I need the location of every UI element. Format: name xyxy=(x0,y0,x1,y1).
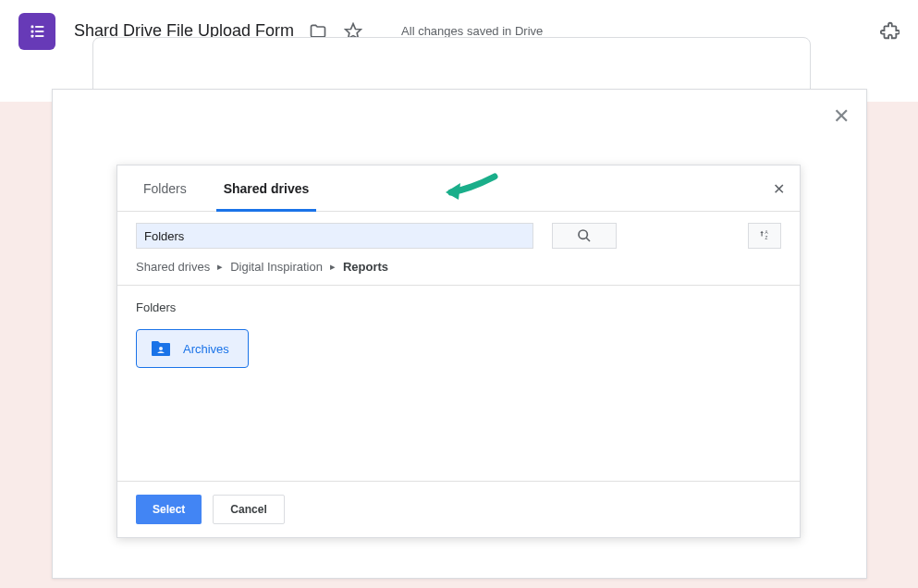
breadcrumb-current: Reports xyxy=(343,260,388,274)
search-button[interactable] xyxy=(552,223,617,249)
svg-rect-5 xyxy=(35,35,43,37)
svg-marker-6 xyxy=(346,23,361,38)
breadcrumb-root[interactable]: Shared drives xyxy=(136,260,210,274)
shared-folder-icon xyxy=(150,339,172,358)
search-input[interactable] xyxy=(136,223,533,249)
svg-rect-4 xyxy=(31,34,34,37)
folders-section-label: Folders xyxy=(136,300,781,314)
svg-point-11 xyxy=(159,347,163,350)
search-toolbar: AZ xyxy=(117,212,800,254)
svg-point-7 xyxy=(579,230,587,239)
breadcrumb: Shared drives ▸ Digital Inspiration ▸ Re… xyxy=(117,254,800,286)
chevron-right-icon: ▸ xyxy=(217,261,223,273)
breadcrumb-level1[interactable]: Digital Inspiration xyxy=(230,260,323,274)
svg-rect-3 xyxy=(35,31,43,32)
svg-line-8 xyxy=(586,238,590,241)
picker-content: Folders Archives xyxy=(117,286,800,481)
picker-tabs: Folders Shared drives ✕ xyxy=(117,165,800,212)
select-button[interactable]: Select xyxy=(136,495,202,524)
svg-rect-2 xyxy=(31,30,34,32)
svg-text:A: A xyxy=(765,230,769,235)
chevron-right-icon: ▸ xyxy=(330,261,336,273)
svg-text:Z: Z xyxy=(765,236,768,240)
close-icon[interactable]: ✕ xyxy=(833,104,850,129)
folder-item-archives[interactable]: Archives xyxy=(136,329,249,368)
drive-picker-modal: Folders Shared drives ✕ AZ Shared drives… xyxy=(116,165,801,538)
folder-name: Archives xyxy=(183,342,229,356)
extension-icon[interactable] xyxy=(879,20,900,44)
svg-rect-0 xyxy=(31,25,34,28)
svg-rect-1 xyxy=(35,26,43,28)
tab-shared-drives[interactable]: Shared drives xyxy=(216,165,317,212)
picker-footer: Select Cancel xyxy=(117,481,800,537)
forms-logo-icon xyxy=(18,13,55,50)
tab-folders[interactable]: Folders xyxy=(136,165,194,212)
close-icon[interactable]: ✕ xyxy=(773,180,785,198)
save-status: All changes saved in Drive xyxy=(401,24,543,38)
cancel-button[interactable]: Cancel xyxy=(213,495,284,524)
sort-button[interactable]: AZ xyxy=(748,223,781,249)
